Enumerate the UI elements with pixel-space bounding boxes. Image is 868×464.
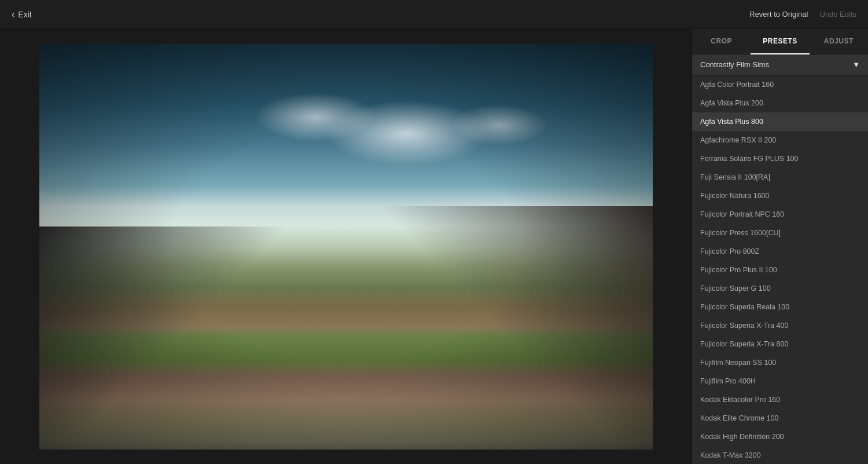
preset-item[interactable]: Fujicolor Superia Reala 100 [692,298,868,316]
topbar-actions: Revert to Original Undo Edits [749,10,856,19]
preset-item[interactable]: Fujicolor Superia X-Tra 800 [692,335,868,353]
panel-tabs: CROP PRESETS ADJUST [692,29,868,54]
chevron-left-icon: ‹ [12,9,14,20]
preset-item[interactable]: Agfa Color Portrait 160 [692,75,868,94]
preset-item[interactable]: Fujifilm Neopan SS 100 [692,353,868,372]
revert-button[interactable]: Revert to Original [749,10,808,19]
preset-item[interactable]: Ferrania Solaris FG PLUS 100 [692,149,868,168]
exit-button[interactable]: ‹ Exit [12,9,32,20]
preset-item[interactable]: Agfa Vista Plus 800 [692,112,868,131]
preset-item[interactable]: Kodak T-Max 3200 [692,446,868,464]
image-area [0,29,692,464]
preset-item[interactable]: Kodak Elite Chrome 100 [692,409,868,428]
preset-item[interactable]: Agfachrome RSX II 200 [692,131,868,149]
preset-item[interactable]: Fujicolor Portrait NPC 160 [692,205,868,224]
preset-category-dropdown[interactable]: Contrastly Film Sims ▼ [692,54,868,75]
right-panel: CROP PRESETS ADJUST Contrastly Film Sims… [692,29,868,464]
tab-presets[interactable]: PRESETS [751,29,809,54]
preset-item[interactable]: Fujicolor Superia X-Tra 400 [692,316,868,335]
preset-item[interactable]: Fujicolor Natura 1600 [692,187,868,205]
preset-item[interactable]: Fujicolor Super G 100 [692,279,868,298]
photo-preview [39,44,653,450]
preset-item[interactable]: Fujicolor Pro 800Z [692,242,868,261]
tab-adjust[interactable]: ADJUST [810,29,868,54]
preset-category-label: Contrastly Film Sims [700,60,769,69]
preset-item[interactable]: Fujifilm Pro 400H [692,372,868,390]
preset-item[interactable]: Fuji Sensia II 100[RA] [692,168,868,187]
preset-item[interactable]: Kodak Ektacolor Pro 160 [692,390,868,409]
undo-button: Undo Edits [819,10,856,19]
exit-label[interactable]: Exit [18,10,31,19]
preset-list: Agfa Color Portrait 160Agfa Vista Plus 2… [692,75,868,464]
preset-item[interactable]: Agfa Vista Plus 200 [692,94,868,112]
chevron-down-icon: ▼ [852,60,860,69]
preset-item[interactable]: Kodak High Definition 200 [692,428,868,446]
preset-item[interactable]: Fujicolor Pro Plus II 100 [692,261,868,279]
main-content: CROP PRESETS ADJUST Contrastly Film Sims… [0,29,868,464]
preset-item[interactable]: Fujicolor Press 1600[CU] [692,224,868,242]
topbar: ‹ Exit Revert to Original Undo Edits [0,0,868,29]
tab-crop[interactable]: CROP [692,29,751,54]
